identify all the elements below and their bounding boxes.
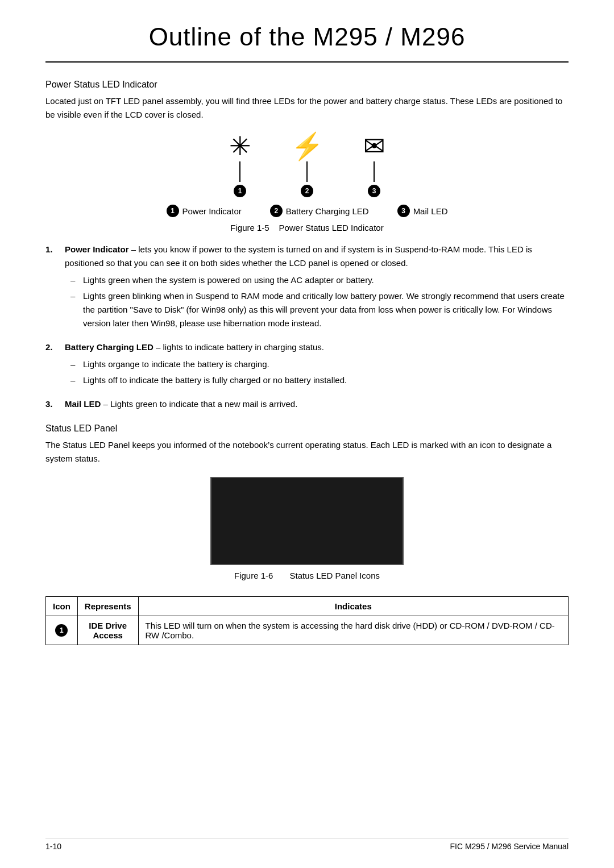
row1-icon-symbol: 1 [55, 624, 68, 637]
footer-page-num: 1-10 [45, 842, 61, 851]
list-bold-1: Power Indicator [65, 244, 129, 254]
led-legend: 1 Power Indicator 2 Battery Charging LED… [45, 205, 569, 217]
legend-label-2: Battery Charging LED [286, 206, 369, 216]
power-icon: ✳ [229, 133, 251, 159]
row1-represents-line2: Access [93, 630, 123, 640]
footer-manual-title: FIC M295 / M296 Service Manual [450, 842, 569, 851]
legend-num-2: 2 [270, 205, 283, 217]
power-status-intro: Located just on TFT LED panel assembly, … [45, 94, 569, 122]
list-bold-3: Mail LED [65, 399, 101, 409]
td-row1-represents: IDE Drive Access [77, 616, 138, 645]
sub-item-2-2: Lights off to indicate the battery is fu… [70, 373, 569, 387]
status-image-box [45, 477, 569, 565]
page-title: Outline of the M295 / M296 [45, 23, 569, 51]
status-led-image [210, 477, 404, 565]
sub-list-2: Lights organge to indicate the battery i… [70, 358, 569, 387]
status-led-intro: The Status LED Panel keeps you informed … [45, 438, 569, 466]
led-col-2: ⚡ 2 [291, 133, 323, 198]
legend-num-3: 3 [397, 205, 410, 217]
legend-label-1: Power Indicator [182, 206, 242, 216]
page: Outline of the M295 / M296 Power Status … [0, 0, 614, 868]
sub-item-2-1: Lights organge to indicate the battery i… [70, 358, 569, 371]
list-content-3: Mail LED – Lights green to indicate that… [65, 397, 569, 411]
table-row: 1 IDE Drive Access This LED will turn on… [46, 616, 569, 645]
footer: 1-10 FIC M295 / M296 Service Manual [45, 838, 569, 851]
list-content-1: Power Indicator – lets you know if power… [65, 243, 569, 333]
sub-item-1-2-text: Lights green blinking when in Suspend to… [83, 289, 569, 330]
status-led-heading: Status LED Panel [45, 423, 569, 434]
led-num-2: 2 [301, 183, 313, 198]
mail-icon: ✉ [363, 133, 385, 159]
th-represents: Represents [77, 597, 138, 616]
legend-num-1: 1 [167, 205, 179, 217]
led-num-1: 1 [234, 183, 246, 198]
power-indicator-list: 1. Power Indicator – lets you know if po… [45, 243, 569, 411]
sub-item-1-2: Lights green blinking when in Suspend to… [70, 289, 569, 330]
status-table: Icon Represents Indicates 1 IDE Drive Ac… [45, 596, 569, 645]
sub-list-1: Lights green when the system is powered … [70, 273, 569, 330]
list-item-3: 3. Mail LED – Lights green to indicate t… [45, 397, 569, 411]
th-indicates: Indicates [138, 597, 568, 616]
list-num-1: 1. [45, 243, 59, 333]
figure-6-caption: Figure 1-6 Status LED Panel Icons [45, 571, 569, 580]
sub-item-1-1: Lights green when the system is powered … [70, 273, 569, 287]
list-content-2: Battery Charging LED – lights to indicat… [65, 340, 569, 389]
title-section: Outline of the M295 / M296 [45, 23, 569, 63]
legend-label-3: Mail LED [413, 206, 448, 216]
list-item-1: 1. Power Indicator – lets you know if po… [45, 243, 569, 333]
led-line-2 [306, 161, 308, 182]
power-status-section: Power Status LED Indicator Located just … [45, 80, 569, 411]
led-diagram: ✳ 1 ⚡ 2 ✉ 3 [45, 133, 569, 198]
led-col-1: ✳ 1 [229, 133, 251, 198]
status-led-section: Status LED Panel The Status LED Panel ke… [45, 423, 569, 645]
sub-item-1-1-text: Lights green when the system is powered … [83, 273, 374, 287]
list-bold-2: Battery Charging LED [65, 342, 154, 352]
figure-5-label: Figure 1-5 [230, 223, 269, 232]
legend-item-1: 1 Power Indicator [167, 205, 242, 217]
led-num-3: 3 [368, 183, 380, 198]
legend-item-2: 2 Battery Charging LED [270, 205, 369, 217]
power-status-heading: Power Status LED Indicator [45, 80, 569, 90]
td-row1-indicates: This LED will turn on when the system is… [138, 616, 568, 645]
row1-represents-line1: IDE Drive [89, 621, 127, 630]
figure-6-title: Status LED Panel Icons [290, 571, 380, 580]
figure-5-caption: Figure 1-5 Power Status LED Indicator [45, 223, 569, 232]
table-header-row: Icon Represents Indicates [46, 597, 569, 616]
led-col-3: ✉ 3 [363, 133, 385, 198]
figure-5-title: Power Status LED Indicator [279, 223, 383, 232]
table-section: Icon Represents Indicates 1 IDE Drive Ac… [45, 596, 569, 645]
list-num-3: 3. [45, 397, 59, 411]
list-item-2: 2. Battery Charging LED – lights to indi… [45, 340, 569, 389]
list-num-2: 2. [45, 340, 59, 389]
led-line-3 [374, 161, 375, 182]
td-row1-icon: 1 [46, 616, 78, 645]
sub-item-2-2-text: Lights off to indicate the battery is fu… [83, 373, 347, 387]
sub-item-2-1-text: Lights organge to indicate the battery i… [83, 358, 269, 371]
battery-icon: ⚡ [291, 133, 323, 159]
th-icon: Icon [46, 597, 78, 616]
figure-6-label: Figure 1-6 [234, 571, 273, 580]
legend-item-3: 3 Mail LED [397, 205, 448, 217]
led-line-1 [239, 161, 240, 182]
